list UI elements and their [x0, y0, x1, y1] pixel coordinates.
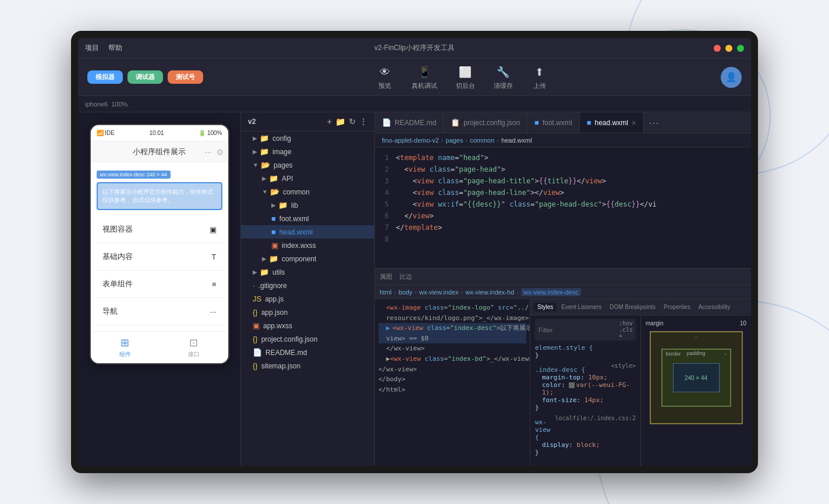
tree-item-component[interactable]: ▶ 📁 component	[241, 252, 374, 265]
file-tree-panel: v2 + 📁 ↻ ⋮ ▶ 📁 config	[241, 112, 375, 466]
preview-action[interactable]: 👁 预览	[372, 62, 398, 93]
new-file-icon[interactable]: +	[327, 117, 332, 126]
menu-item-nav[interactable]: 导航 ···	[97, 298, 222, 325]
tab-foot-wxml[interactable]: ■ foot.wxml	[527, 112, 580, 133]
devtools-console-tab[interactable]: 比边	[399, 272, 412, 281]
phone-tab-component[interactable]: ⊞ 组件	[91, 332, 160, 363]
box-model-margin-label: margin	[646, 320, 664, 326]
devtools-panel: 属图 比边 html › body › wx-view.index ›	[375, 268, 751, 466]
clear-action[interactable]: 🔧 清缓存	[489, 62, 518, 93]
tab-overflow-icon[interactable]: ⋯	[644, 116, 664, 129]
accessibility-tab[interactable]: Accessibility	[695, 303, 734, 311]
html-path-wx-view-hd[interactable]: wx-view.index-hd	[466, 289, 515, 296]
window-close-btn[interactable]	[714, 45, 721, 52]
menu-item-project[interactable]: 项目	[85, 43, 99, 53]
title-bar: 项目 帮助 v2-FinClip小程序开发工具	[78, 38, 751, 59]
line-number: 5	[375, 198, 396, 210]
properties-tab[interactable]: Properties	[660, 303, 694, 311]
html-tree-line-highlighted[interactable]: ▶<wx-view class="index-desc">以下将展示小程序官方组…	[378, 323, 526, 333]
highlight-text: 以下将展示小程序官方组件能力，组件样式仅供参考， 自式仅供参考。	[102, 188, 217, 204]
tree-item-label: image	[272, 148, 292, 156]
window-maximize-btn[interactable]	[737, 45, 744, 52]
box-model-margin-top: -	[695, 334, 697, 340]
tree-item-lib[interactable]: ▶ 📁 lib	[241, 198, 374, 212]
collapse-icon[interactable]: ⋮	[359, 117, 367, 126]
tree-item-app-js[interactable]: JS app.js	[241, 292, 374, 306]
refresh-icon[interactable]: ↻	[349, 117, 356, 126]
tree-item-head-wxml[interactable]: ■ head.wxml	[241, 225, 374, 239]
tree-item-label: sitemap.json	[261, 362, 300, 370]
devtools-elements-tab[interactable]: 属图	[380, 272, 392, 281]
tree-item-app-wxss[interactable]: ▣ app.wxss	[241, 319, 374, 332]
menu-item-help[interactable]: 帮助	[108, 43, 122, 53]
tree-item-common[interactable]: ▼ 📂 common	[241, 185, 374, 198]
menu-item-label: 导航	[102, 306, 118, 317]
breadcrumb-item[interactable]: common	[470, 137, 494, 144]
test-button[interactable]: 测试号	[168, 70, 203, 84]
editor-panel: 📄 README.md 📋 project.config.json ■ foot…	[375, 112, 751, 268]
breadcrumb-item[interactable]: pages	[446, 137, 463, 144]
html-path-body[interactable]: body	[398, 289, 412, 296]
chevron-right-icon: ▶	[253, 135, 257, 141]
html-path-wx-view-desc[interactable]: wx-view.index-desc	[521, 288, 581, 296]
new-folder-icon[interactable]: 📁	[335, 117, 345, 126]
tree-item-pages[interactable]: ▼ 📂 pages	[241, 158, 374, 172]
event-listeners-tab[interactable]: Event Listeners	[558, 303, 605, 311]
tab-head-wxml[interactable]: ■ head.wxml ×	[580, 112, 644, 133]
nav-icon: ···	[210, 307, 217, 316]
tree-item-label: API	[282, 175, 293, 183]
debugger-button[interactable]: 调试器	[127, 70, 163, 84]
cut-action[interactable]: ⬜ 切后台	[451, 62, 480, 93]
simulator-button[interactable]: 模拟器	[87, 70, 123, 84]
tab-readme[interactable]: 📄 README.md	[375, 112, 444, 133]
menu-item-basic-content[interactable]: 基础内容 T	[97, 243, 222, 271]
tree-item-project-config[interactable]: {} project.config.json	[241, 332, 374, 346]
chevron-right-icon: ▶	[271, 202, 276, 208]
phone-status-bar: 📶 IDE 10:01 🔋 100%	[91, 125, 228, 141]
tree-item-sitemap[interactable]: {} sitemap.json	[241, 359, 374, 372]
interface-tab-icon: ⊡	[189, 336, 198, 349]
wxml-file-icon: ■	[271, 228, 276, 236]
upload-action[interactable]: ⬆ 上传	[527, 62, 552, 93]
phone-tab-interface[interactable]: ⊡ 接口	[160, 332, 228, 363]
breadcrumb-item[interactable]: head.wxml	[501, 137, 532, 144]
folder-icon: 📁	[260, 147, 269, 156]
dom-breakpoints-tab[interactable]: DOM Breakpoints	[606, 303, 659, 311]
css-filter-input[interactable]	[539, 326, 619, 333]
menu-item-view-container[interactable]: 视图容器 ▣	[97, 216, 222, 243]
tab-project-config[interactable]: 📋 project.config.json	[444, 112, 527, 133]
tree-item-label: head.wxml	[279, 228, 313, 236]
tree-item-app-json[interactable]: {} app.json	[241, 306, 374, 319]
html-path-html[interactable]: html	[380, 289, 392, 296]
code-line-8: 8	[375, 233, 751, 245]
css-source-localfile[interactable]: localfile:/.index.css:2	[555, 415, 636, 441]
css-prop-display: display: block;	[542, 441, 636, 449]
tree-item-index-wxss[interactable]: ▣ index.wxss	[241, 239, 374, 252]
html-path-wx-view-index[interactable]: wx-view.index	[419, 289, 459, 296]
code-editor[interactable]: 1 <template name="head"> 2 <view class="…	[375, 147, 751, 268]
styles-tab[interactable]: Styles	[534, 303, 557, 311]
tree-item-label: utils	[272, 268, 285, 276]
user-avatar[interactable]: 👤	[721, 67, 742, 88]
window-minimize-btn[interactable]	[725, 45, 732, 52]
tree-item-gitignore[interactable]: · .gitignore	[241, 279, 374, 292]
scan-action[interactable]: 📱 真机调试	[407, 62, 442, 93]
wxml-icon: ■	[534, 118, 539, 127]
tree-item-config[interactable]: ▶ 📁 config	[241, 132, 374, 145]
status-time: 10:01	[150, 130, 164, 136]
menu-item-form[interactable]: 表单组件 ≡	[97, 271, 222, 298]
tree-item-utils[interactable]: ▶ 📁 utils	[241, 265, 374, 279]
tree-item-label: common	[283, 188, 310, 196]
tree-item-label: project.config.json	[261, 335, 318, 343]
tree-item-image[interactable]: ▶ 📁 image	[241, 145, 374, 158]
breadcrumb-item[interactable]: fino-applet-demo-v2	[382, 137, 439, 144]
html-tree-line: </wx-view>	[378, 343, 526, 354]
css-brace: }	[535, 352, 636, 359]
tab-close-icon[interactable]: ×	[632, 119, 636, 127]
tree-item-readme[interactable]: 📄 README.md	[241, 346, 374, 359]
tree-item-foot-wxml[interactable]: ■ foot.wxml	[241, 212, 374, 225]
app-title: v2-FinClip小程序开发工具	[374, 43, 455, 53]
tab-label: project.config.json	[463, 119, 520, 127]
tree-item-api[interactable]: ▶ 📁 API	[241, 172, 374, 185]
component-tab-label: 组件	[119, 350, 131, 359]
